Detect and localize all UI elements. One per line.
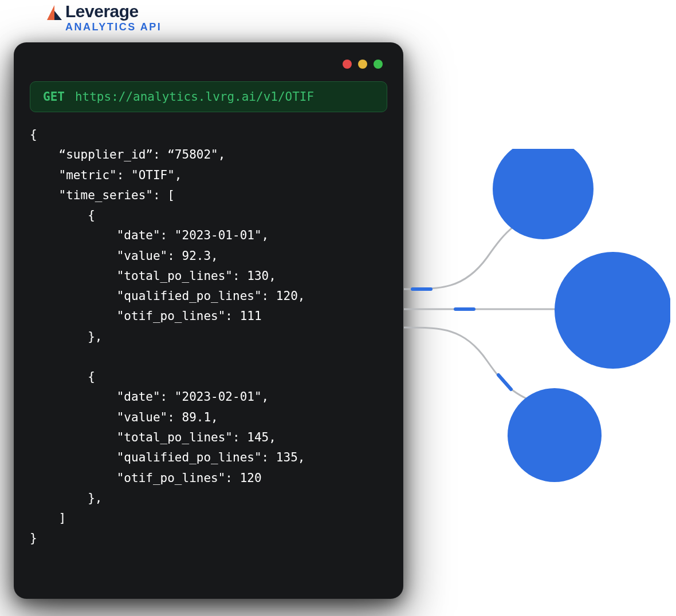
response-body: { “supplier_id”: “75802", "metric": "OTI… bbox=[30, 125, 387, 549]
svg-point-5 bbox=[493, 149, 594, 239]
network-graphic-icon bbox=[401, 149, 670, 504]
brand-subtitle: ANALYTICS API bbox=[65, 21, 162, 33]
svg-line-1 bbox=[520, 213, 534, 220]
svg-line-4 bbox=[498, 375, 511, 389]
api-terminal-window: GEThttps://analytics.lvrg.ai/v1/OTIF { “… bbox=[14, 42, 403, 599]
window-close-icon bbox=[343, 60, 352, 69]
brand-logo-icon bbox=[47, 5, 62, 20]
http-method: GET bbox=[43, 90, 65, 104]
request-url: https://analytics.lvrg.ai/v1/OTIF bbox=[75, 90, 314, 104]
request-bar: GEThttps://analytics.lvrg.ai/v1/OTIF bbox=[30, 81, 387, 112]
window-traffic-lights bbox=[30, 56, 387, 81]
window-zoom-icon bbox=[374, 60, 383, 69]
brand-name: Leverage bbox=[65, 2, 139, 21]
svg-point-6 bbox=[555, 252, 670, 369]
brand-lockup: Leverage ANALYTICS API bbox=[47, 2, 162, 33]
svg-point-7 bbox=[508, 388, 602, 482]
window-minimize-icon bbox=[358, 60, 367, 69]
